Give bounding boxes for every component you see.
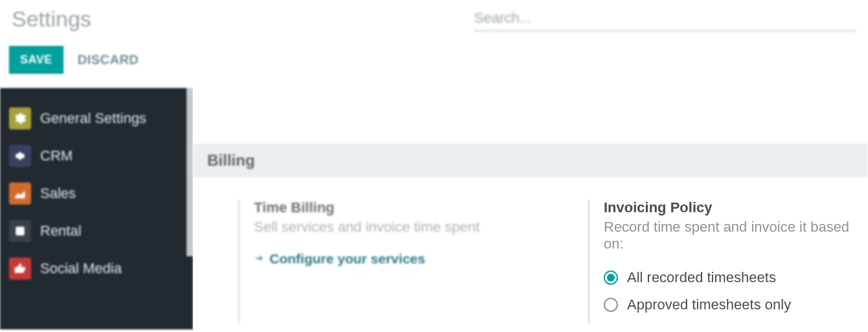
radio-icon <box>604 271 618 285</box>
scrollbar[interactable] <box>187 88 193 256</box>
section-header-billing: Billing <box>193 144 868 177</box>
main-content: Billing Time Billing Sell services and i… <box>193 88 868 329</box>
sidebar: General Settings CRM Sales Rental Social <box>0 88 193 329</box>
sidebar-item-label: CRM <box>40 148 73 164</box>
discard-button[interactable]: DISCARD <box>78 52 139 67</box>
sidebar-item-label: Social Media <box>40 260 122 277</box>
svg-rect-0 <box>16 227 24 235</box>
gear-icon <box>9 107 31 129</box>
sidebar-item-general-settings[interactable]: General Settings <box>0 100 193 137</box>
save-button[interactable]: SAVE <box>9 46 63 74</box>
time-billing-desc: Sell services and invoice time spent <box>254 219 588 236</box>
invoicing-policy-desc: Record time spent and invoice it based o… <box>604 219 868 252</box>
sidebar-item-crm[interactable]: CRM <box>0 137 193 175</box>
radio-icon <box>604 298 618 312</box>
thumbs-up-icon <box>9 258 31 280</box>
time-billing-title: Time Billing <box>254 199 588 216</box>
sidebar-item-label: Sales <box>40 185 76 202</box>
arrow-right-icon <box>254 251 264 267</box>
sidebar-item-social-media[interactable]: Social Media <box>0 250 193 287</box>
sidebar-item-sales[interactable]: Sales <box>0 175 193 212</box>
configure-services-label: Configure your services <box>269 251 425 267</box>
handshake-icon <box>9 145 31 167</box>
radio-option-all-recorded[interactable]: All recorded timesheets <box>604 269 868 286</box>
sidebar-item-rental[interactable]: Rental <box>0 212 193 250</box>
radio-label: Approved timesheets only <box>627 296 791 313</box>
invoicing-policy-title: Invoicing Policy <box>604 199 868 216</box>
search-input[interactable] <box>474 7 856 31</box>
chart-icon <box>9 183 31 205</box>
configure-services-link[interactable]: Configure your services <box>254 251 588 267</box>
radio-label: All recorded timesheets <box>627 269 776 286</box>
page-title: Settings <box>12 6 91 32</box>
key-icon <box>9 220 31 242</box>
sidebar-item-label: General Settings <box>40 110 146 127</box>
radio-option-approved-only[interactable]: Approved timesheets only <box>604 296 868 313</box>
sidebar-item-label: Rental <box>40 223 82 239</box>
